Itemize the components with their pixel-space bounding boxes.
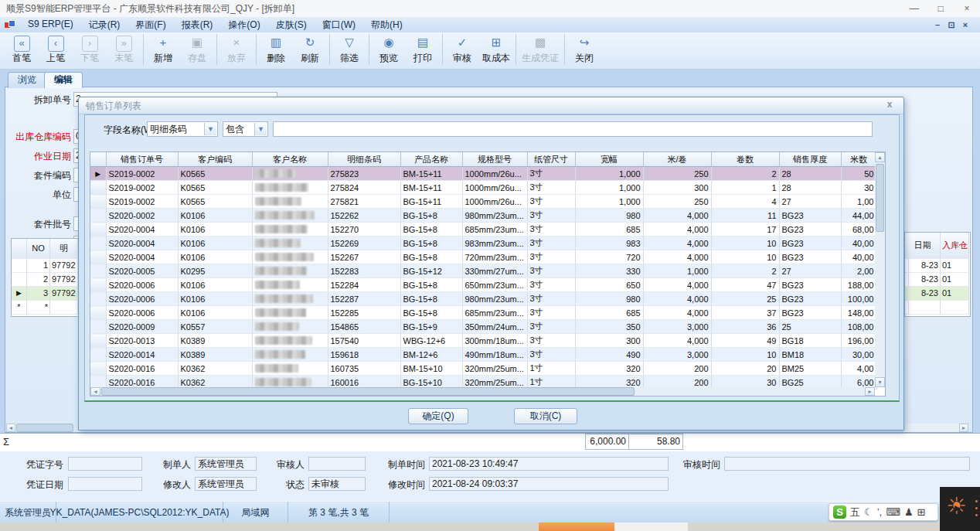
cell[interactable]: BG-15+12: [400, 264, 462, 278]
cell[interactable]: S2019-0002: [106, 195, 178, 209]
cell[interactable]: 108,00: [841, 320, 876, 334]
close-button[interactable]: ×: [954, 0, 980, 17]
cell[interactable]: BG-15+8: [400, 250, 462, 264]
cell[interactable]: 3,000: [643, 320, 711, 334]
taskbar-active-button[interactable]: [539, 522, 614, 531]
cell[interactable]: 1000mm/26u...: [462, 195, 527, 209]
toolbar-button-close-form[interactable]: ↪关闭: [567, 32, 601, 64]
cell[interactable]: S2020-0009: [106, 320, 178, 334]
cell[interactable]: 97792: [50, 273, 78, 287]
cell[interactable]: 4,000: [643, 292, 711, 306]
table-row[interactable]: S2020-0005K0295152283BG-15+12330mm/27um.…: [90, 264, 876, 278]
toolbar-button-voucher[interactable]: ▩生成凭证: [519, 32, 562, 64]
cell[interactable]: 1: [27, 259, 50, 273]
cell[interactable]: 350mm/24um...: [462, 320, 527, 334]
ok-button[interactable]: 确定(Q): [408, 408, 468, 424]
cell[interactable]: K0106: [178, 209, 252, 223]
footer-field-value[interactable]: 2021-08-23 10:49:47: [429, 457, 669, 471]
cell[interactable]: 44,00: [841, 209, 876, 223]
cell[interactable]: 250: [643, 195, 711, 209]
toolbar-button-save[interactable]: ▣存盘: [180, 32, 214, 64]
cell[interactable]: BG-15+8: [400, 223, 462, 237]
cell[interactable]: 4,000: [643, 209, 711, 223]
filter-field-combo[interactable]: 明细条码 ▼: [147, 121, 218, 137]
toolbar-button-add[interactable]: +新增: [146, 32, 180, 64]
cell[interactable]: [252, 209, 328, 223]
cell[interactable]: S2019-0002: [106, 167, 178, 181]
punctuation-icon[interactable]: ’,: [877, 505, 883, 519]
cell[interactable]: 3: [27, 287, 50, 301]
cell[interactable]: 685: [575, 306, 643, 320]
column-header[interactable]: 产品名称: [400, 152, 462, 167]
cell[interactable]: 3寸: [527, 320, 575, 334]
cell[interactable]: 8-23: [905, 287, 941, 301]
footer-field-value[interactable]: 系统管理员: [195, 457, 257, 471]
scroll-right-icon[interactable]: ▸: [959, 424, 968, 432]
cell[interactable]: 4: [711, 195, 779, 209]
cell[interactable]: 1,000: [575, 195, 643, 209]
toolbar-button-next-record[interactable]: ›下笔: [73, 32, 107, 64]
footer-field-value[interactable]: 系统管理员: [195, 477, 257, 491]
cell[interactable]: 490mm/18um...: [462, 348, 527, 362]
table-row[interactable]: S2020-0004K0106152269BG-15+8983mm/23um..…: [90, 237, 876, 250]
cell[interactable]: 28: [779, 181, 841, 195]
cell[interactable]: 1,000: [575, 167, 643, 181]
column-header[interactable]: 宽幅: [575, 152, 643, 167]
cell[interactable]: BG23: [779, 209, 841, 223]
cell[interactable]: S2020-0006: [106, 306, 178, 320]
cell[interactable]: K0389: [178, 334, 252, 348]
row-marker[interactable]: [12, 259, 27, 273]
cell[interactable]: 37: [711, 306, 779, 320]
footer-field-value[interactable]: [724, 457, 970, 471]
table-row[interactable]: S2020-0004K0106152270BG-15+8685mm/23um..…: [90, 223, 876, 237]
cell[interactable]: BG-15+8: [400, 292, 462, 306]
cell[interactable]: 152267: [328, 250, 400, 264]
cancel-button[interactable]: 取消(C): [514, 408, 577, 424]
cell[interactable]: [252, 348, 328, 362]
cell[interactable]: S2020-0006: [106, 278, 178, 292]
cell[interactable]: 320mm/25um...: [462, 362, 527, 376]
cell[interactable]: 1000mm/26u...: [462, 167, 527, 181]
cell[interactable]: 650: [575, 278, 643, 292]
cell[interactable]: 27: [779, 195, 841, 209]
cell[interactable]: S2020-0013: [106, 334, 178, 348]
row-marker[interactable]: [12, 273, 27, 287]
table-row[interactable]: S2020-0009K0557154865BG-15+9350mm/24um..…: [90, 320, 876, 334]
toolbox-icon[interactable]: ⊞: [917, 505, 926, 519]
cell[interactable]: [252, 334, 328, 348]
column-header[interactable]: 销售厚度: [779, 152, 841, 167]
maximize-button[interactable]: □: [927, 0, 954, 17]
cell[interactable]: 300mm/18um...: [462, 334, 527, 348]
cell[interactable]: 8-23: [905, 259, 941, 273]
cell[interactable]: 3寸: [527, 292, 575, 306]
cell[interactable]: BG-15+8: [400, 209, 462, 223]
cell[interactable]: BG23: [779, 278, 841, 292]
cell[interactable]: [252, 167, 328, 181]
menu-item[interactable]: 帮助(H): [363, 17, 410, 33]
cell[interactable]: [252, 306, 328, 320]
cell[interactable]: 152269: [328, 237, 400, 250]
cell[interactable]: 160735: [328, 362, 400, 376]
cell[interactable]: 47: [711, 278, 779, 292]
column-header[interactable]: 纸管尺寸: [527, 152, 575, 167]
cell[interactable]: 4,000: [643, 237, 711, 250]
toolbar-button-first-record[interactable]: «首笔: [5, 32, 39, 64]
cell[interactable]: K0106: [178, 278, 252, 292]
cell[interactable]: 720mm/23um...: [462, 250, 527, 264]
cell[interactable]: [252, 362, 328, 376]
cell[interactable]: 300: [575, 334, 643, 348]
cell[interactable]: 4,000: [643, 278, 711, 292]
cell[interactable]: K0106: [178, 237, 252, 250]
cell[interactable]: 3寸: [527, 334, 575, 348]
cell[interactable]: 350: [575, 320, 643, 334]
column-header[interactable]: 明细条码: [328, 152, 400, 167]
cell[interactable]: 4,00: [841, 362, 876, 376]
table-row[interactable]: S2020-0013K0389157540WBG-12+6300mm/18um.…: [90, 334, 876, 348]
cell[interactable]: K0106: [178, 250, 252, 264]
cell[interactable]: [252, 237, 328, 250]
cell[interactable]: 685: [575, 223, 643, 237]
cell[interactable]: 685mm/23um...: [462, 306, 527, 320]
cell[interactable]: S2019-0002: [106, 181, 178, 195]
cell[interactable]: 1寸: [527, 362, 575, 376]
cell[interactable]: 01: [941, 259, 969, 273]
